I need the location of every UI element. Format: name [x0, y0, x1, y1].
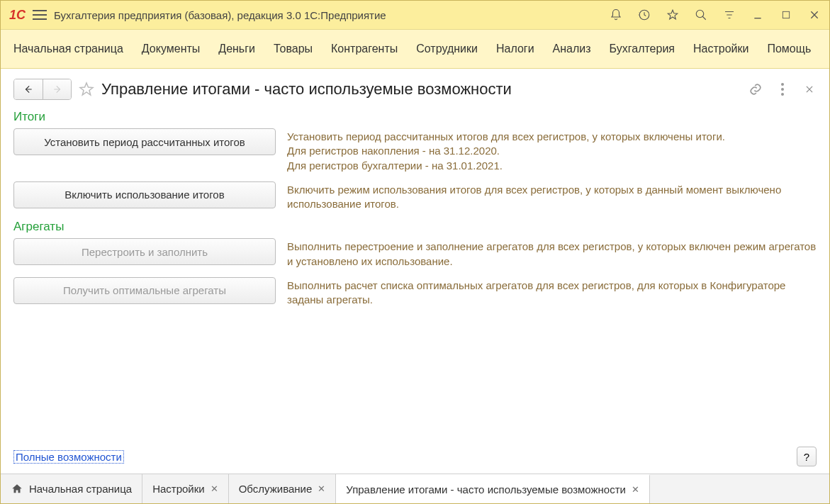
nav-item-goods[interactable]: Товары [274, 43, 313, 55]
nav-item-documents[interactable]: Документы [142, 43, 200, 55]
nav-item-money[interactable]: Деньги [218, 43, 255, 55]
nav-item-taxes[interactable]: Налоги [496, 43, 534, 55]
set-totals-period-desc: Установить период рассчитанных итогов дл… [287, 128, 725, 173]
set-totals-period-button[interactable]: Установить период рассчитанных итогов [13, 128, 276, 155]
tab-close-icon[interactable]: ✕ [632, 484, 639, 495]
tab-maintenance[interactable]: Обслуживание ✕ [229, 474, 337, 503]
minimize-icon[interactable] [750, 7, 765, 23]
titlebar: 1С Бухгалтерия предприятия (базовая), ре… [1, 1, 829, 29]
svg-point-5 [781, 93, 784, 96]
navbar: Начальная страница Документы Деньги Това… [1, 29, 829, 69]
rebuild-fill-button[interactable]: Перестроить и заполнить [13, 238, 276, 265]
kebab-icon[interactable] [775, 82, 790, 96]
section-title-aggregates: Агрегаты [13, 220, 817, 234]
page-title: Управление итогами - часто используемые … [101, 80, 743, 99]
rebuild-fill-desc: Выполнить перестроение и заполнение агре… [287, 238, 817, 269]
svg-point-1 [696, 10, 704, 18]
get-optimal-aggregates-button[interactable]: Получить оптимальные агрегаты [13, 277, 276, 304]
nav-history-buttons [13, 79, 72, 100]
section-title-totals: Итоги [13, 110, 817, 124]
nav-item-employees[interactable]: Сотрудники [416, 43, 478, 55]
tab-label: Управление итогами - часто используемые … [346, 483, 626, 495]
enable-totals-usage-desc: Включить режим использования итогов для … [287, 181, 817, 212]
tab-close-icon[interactable]: ✕ [211, 483, 218, 494]
tab-close-icon[interactable]: ✕ [318, 483, 325, 494]
help-button[interactable]: ? [797, 447, 817, 466]
svg-point-4 [781, 88, 784, 91]
favorite-star-icon[interactable] [77, 80, 96, 99]
logo-1c: 1С [9, 8, 26, 23]
star-icon[interactable] [665, 7, 680, 23]
svg-point-3 [781, 83, 784, 86]
tab-label: Обслуживание [239, 483, 313, 495]
search-icon[interactable] [693, 7, 709, 23]
history-icon[interactable] [636, 7, 652, 23]
back-button[interactable] [14, 79, 43, 99]
tab-label: Настройки [152, 483, 205, 495]
nav-item-settings[interactable]: Настройки [693, 43, 748, 55]
tab-label: Начальная страница [29, 483, 132, 495]
nav-item-help[interactable]: Помощь [767, 43, 811, 55]
maximize-icon[interactable] [778, 7, 794, 23]
nav-item-start[interactable]: Начальная страница [13, 43, 123, 55]
menu-icon[interactable] [33, 10, 47, 20]
svg-rect-2 [783, 11, 789, 18]
forward-button[interactable] [43, 79, 71, 99]
close-page-icon[interactable] [802, 82, 817, 96]
nav-item-accounting[interactable]: Бухгалтерия [610, 43, 675, 55]
close-icon[interactable] [807, 7, 822, 23]
tab-home[interactable]: Начальная страница [1, 474, 142, 503]
enable-totals-usage-button[interactable]: Включить использование итогов [13, 181, 276, 208]
bell-icon[interactable] [608, 7, 624, 23]
filter-icon[interactable] [722, 7, 737, 23]
full-features-link[interactable]: Полные возможности [13, 450, 124, 464]
nav-item-partners[interactable]: Контрагенты [331, 43, 398, 55]
get-optimal-aggregates-desc: Выполнить расчет списка оптимальных агре… [287, 277, 817, 308]
titlebar-text: Бухгалтерия предприятия (базовая), редак… [54, 9, 601, 21]
nav-item-analysis[interactable]: Анализ [553, 43, 591, 55]
link-icon[interactable] [748, 82, 763, 96]
tab-strip: Начальная страница Настройки ✕ Обслужива… [1, 474, 829, 503]
tab-totals-management[interactable]: Управление итогами - часто используемые … [336, 474, 650, 503]
tab-settings[interactable]: Настройки ✕ [142, 474, 229, 503]
